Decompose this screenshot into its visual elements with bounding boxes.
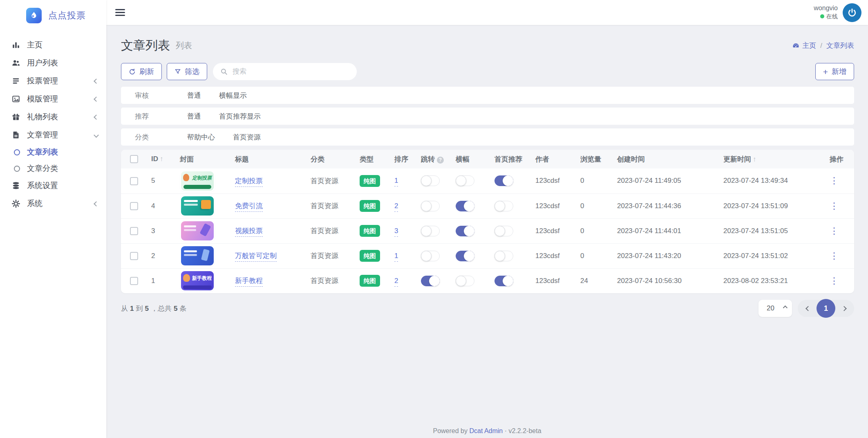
row-category: 首页资源 <box>304 193 353 218</box>
sidebar-item-article-category[interactable]: 文章分类 <box>0 160 106 177</box>
row-actions-kebab[interactable]: ⋮ <box>830 251 839 261</box>
article-table-card: ID↑ 封面 标题 分类 类型 排序 跳转? 横幅 首页推荐 作者 浏览量 创建… <box>121 150 854 293</box>
type-badge: 纯图 <box>360 225 380 237</box>
row-created: 2023-07-24 11:44:36 <box>611 193 717 218</box>
row-created: 2023-07-24 11:44:01 <box>611 218 717 243</box>
refresh-button[interactable]: 刷新 <box>121 63 162 80</box>
table-row: 5 定制投票 定制投票 首页资源 纯图 1 123cdsf 0 2023-07-… <box>121 168 854 193</box>
banner-toggle[interactable] <box>456 175 474 186</box>
cover-image[interactable]: 定制投票 <box>181 171 214 191</box>
row-actions-kebab[interactable]: ⋮ <box>830 201 839 211</box>
jump-toggle[interactable] <box>421 251 440 261</box>
banner-toggle[interactable] <box>456 251 474 261</box>
jump-toggle[interactable] <box>421 175 440 186</box>
search-input[interactable] <box>213 63 357 80</box>
row-id: 5 <box>145 168 173 193</box>
title-link[interactable]: 定制投票 <box>235 177 263 187</box>
filter-option[interactable]: 首页资源 <box>233 133 261 142</box>
sidebar-item-article-list[interactable]: 文章列表 <box>0 144 106 160</box>
row-checkbox[interactable] <box>130 277 138 285</box>
search-icon <box>220 68 228 75</box>
username: wongvio <box>814 4 838 12</box>
page-size-select[interactable]: 20 <box>758 300 792 317</box>
article-table: ID↑ 封面 标题 分类 类型 排序 跳转? 横幅 首页推荐 作者 浏览量 创建… <box>121 150 854 293</box>
filter-button[interactable]: 筛选 <box>167 63 207 80</box>
row-actions-kebab[interactable]: ⋮ <box>830 276 839 286</box>
select-all-checkbox[interactable] <box>130 155 138 163</box>
sidebar-item-article-mgmt[interactable]: 文章管理 <box>0 126 106 144</box>
footer: Powered by Dcat Admin · v2.2.2-beta <box>106 427 868 435</box>
home-rec-toggle[interactable] <box>494 251 513 261</box>
filter-option[interactable]: 横幅显示 <box>219 91 247 100</box>
home-rec-toggle[interactable] <box>494 226 513 236</box>
create-button[interactable]: + 新增 <box>815 63 854 80</box>
home-rec-toggle[interactable] <box>494 175 513 186</box>
sidebar-item-label: 投票管理 <box>27 76 58 86</box>
sidebar-item-label: 主页 <box>27 40 43 50</box>
table-row: 1 新手教程 新手教程 首页资源 纯图 2 123cdsf 24 2023-07… <box>121 268 854 293</box>
gear-icon <box>11 199 20 208</box>
sort-link[interactable]: 2 <box>394 202 398 212</box>
jump-toggle[interactable] <box>421 226 440 236</box>
chevron-left-icon <box>94 115 99 120</box>
dcat-admin-link[interactable]: Dcat Admin <box>469 427 503 434</box>
row-views: 24 <box>574 268 611 293</box>
jump-toggle[interactable] <box>421 276 440 286</box>
sidebar-item-label: 模版管理 <box>27 94 58 104</box>
filter-option[interactable]: 帮助中心 <box>187 133 215 142</box>
jump-toggle[interactable] <box>421 201 440 211</box>
sort-link[interactable]: 1 <box>394 177 398 186</box>
banner-toggle[interactable] <box>456 201 474 211</box>
col-updated[interactable]: 更新时间↑ <box>717 150 823 168</box>
row-checkbox[interactable] <box>130 227 138 235</box>
sidebar-item-vote-mgmt[interactable]: 投票管理 <box>0 72 106 90</box>
row-checkbox[interactable] <box>130 177 138 185</box>
cover-image[interactable] <box>181 246 214 265</box>
row-actions-kebab[interactable]: ⋮ <box>830 175 839 186</box>
title-link[interactable]: 新手教程 <box>235 277 263 287</box>
col-actions: 操作 <box>823 150 854 168</box>
breadcrumb-home-link[interactable]: 主页 <box>792 41 816 50</box>
sidebar-item-system-settings[interactable]: 系统设置 <box>0 177 106 195</box>
filter-option[interactable]: 普通 <box>187 91 201 100</box>
col-sort: 排序 <box>388 150 414 168</box>
sort-link[interactable]: 1 <box>394 252 398 262</box>
hamburger-menu-icon[interactable] <box>115 7 125 18</box>
row-actions-kebab[interactable]: ⋮ <box>830 226 839 236</box>
sidebar-item-template-mgmt[interactable]: 模版管理 <box>0 90 106 108</box>
title-link[interactable]: 免费引流 <box>235 202 263 212</box>
online-dot-icon <box>820 14 824 18</box>
help-icon[interactable]: ? <box>437 157 444 164</box>
banner-toggle[interactable] <box>456 226 474 236</box>
app-logo[interactable]: 点点投票 <box>0 0 106 31</box>
col-views: 浏览量 <box>574 150 611 168</box>
cover-image[interactable]: 新手教程 <box>181 271 214 290</box>
sidebar-item-label: 系统 <box>27 198 43 209</box>
sidebar-item-system[interactable]: 系统 <box>0 195 106 213</box>
filter-label: 推荐 <box>135 112 187 121</box>
sidebar-item-users[interactable]: 用户列表 <box>0 54 106 72</box>
sort-link[interactable]: 2 <box>394 277 398 287</box>
next-page-button[interactable] <box>837 301 851 315</box>
breadcrumb-current: 文章列表 <box>826 41 854 50</box>
cover-image[interactable] <box>181 221 214 240</box>
sidebar-item-home[interactable]: 主页 <box>0 36 106 54</box>
breadcrumb-separator: / <box>820 42 822 50</box>
title-link[interactable]: 万般皆可定制 <box>235 252 277 262</box>
col-id[interactable]: ID↑ <box>145 150 173 168</box>
row-checkbox[interactable] <box>130 252 138 260</box>
banner-toggle[interactable] <box>456 276 474 286</box>
home-rec-toggle[interactable] <box>494 201 513 211</box>
current-page-button[interactable]: 1 <box>817 299 835 318</box>
sidebar-item-gift-list[interactable]: 礼物列表 <box>0 108 106 126</box>
cover-image[interactable] <box>181 196 214 216</box>
avatar[interactable] <box>843 3 861 22</box>
prev-page-button[interactable] <box>801 301 815 315</box>
home-rec-toggle[interactable] <box>494 276 513 286</box>
row-checkbox[interactable] <box>130 202 138 210</box>
filter-option[interactable]: 普通 <box>187 112 201 121</box>
filter-option[interactable]: 首页推荐显示 <box>219 112 261 121</box>
row-updated: 2023-08-02 23:53:21 <box>717 268 823 293</box>
sort-link[interactable]: 3 <box>394 227 398 237</box>
title-link[interactable]: 视频投票 <box>235 227 263 237</box>
